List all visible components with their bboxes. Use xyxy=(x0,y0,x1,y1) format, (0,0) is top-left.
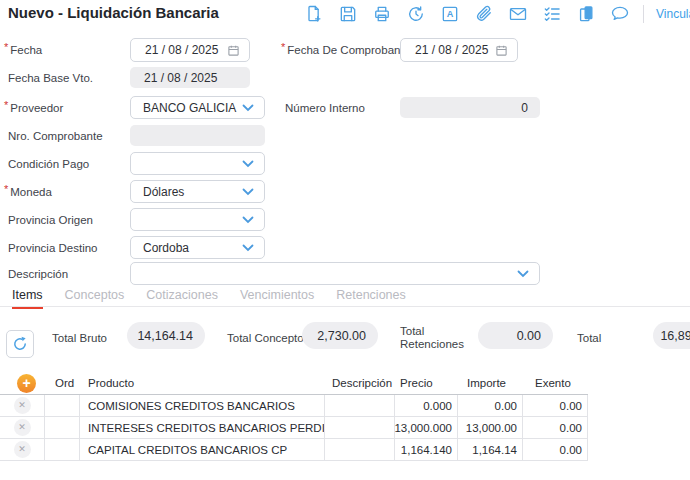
delete-row-button[interactable]: ✕ xyxy=(14,419,31,436)
page-title: Nuevo - Liquidación Bancaria xyxy=(8,4,219,21)
print-button[interactable] xyxy=(371,3,393,25)
mail-button[interactable] xyxy=(507,3,529,25)
fecha-comprobante-value: 21 / 08 / 2025 xyxy=(401,43,488,57)
nro-comprobante-label: Nro. Comprobante xyxy=(8,124,103,148)
fecha-comprobante-date-input[interactable]: 21 / 08 / 2025 xyxy=(400,38,518,62)
provincia-destino-label: Provincia Destino xyxy=(8,236,97,260)
copy-document-button[interactable] xyxy=(575,3,597,25)
refresh-totals-button[interactable] xyxy=(6,330,34,358)
proveedor-select[interactable]: BANCO GALICIA xyxy=(130,96,265,119)
required-asterisk: * xyxy=(4,183,8,195)
chevron-down-icon xyxy=(242,188,254,196)
moneda-select[interactable]: Dólares xyxy=(130,180,265,203)
chevron-down-icon xyxy=(242,104,254,112)
total-bruto-label: Total Bruto xyxy=(52,332,107,345)
fecha-comprobante-label: * Fecha De Comprobante xyxy=(281,38,410,62)
checklist-button[interactable] xyxy=(541,3,563,25)
table-row: ✕ INTERESES CREDITOS BANCARIOS PERDIDOS … xyxy=(0,417,588,439)
required-asterisk: * xyxy=(281,41,285,53)
new-document-button[interactable] xyxy=(303,3,325,25)
svg-text:A: A xyxy=(447,9,454,19)
attachment-button[interactable] xyxy=(473,3,495,25)
importe-cell[interactable]: 1,164.14 xyxy=(458,439,523,460)
column-header-producto: Producto xyxy=(88,372,134,394)
producto-cell[interactable]: COMISIONES CREDITOS BANCARIOS xyxy=(80,395,325,416)
save-button[interactable] xyxy=(337,3,359,25)
history-button[interactable] xyxy=(405,3,427,25)
descripcion-cell[interactable] xyxy=(325,395,395,416)
column-header-descripcion: Descripción xyxy=(332,372,392,394)
chevron-down-icon xyxy=(242,216,254,224)
descripcion-cell[interactable] xyxy=(325,439,395,460)
total-retenciones-value: 0.00 xyxy=(478,322,553,349)
provincia-destino-value: Cordoba xyxy=(131,241,189,255)
required-asterisk: * xyxy=(4,99,8,111)
precio-cell[interactable]: 1,164.140 xyxy=(395,439,458,460)
calendar-icon xyxy=(227,44,240,57)
history-icon xyxy=(406,4,426,24)
precio-cell[interactable]: 13,000.000 xyxy=(395,417,458,438)
importe-cell[interactable]: 0.00 xyxy=(458,395,523,416)
refresh-icon xyxy=(12,336,28,352)
total-value: 16,894.14 xyxy=(653,322,690,349)
descripcion-cell[interactable] xyxy=(325,417,395,438)
nro-comprobante-field xyxy=(130,125,265,146)
font-button[interactable]: A xyxy=(439,3,461,25)
new-document-icon xyxy=(304,4,324,24)
calendar-icon xyxy=(495,44,508,57)
precio-cell[interactable]: 0.000 xyxy=(395,395,458,416)
delete-row-button[interactable]: ✕ xyxy=(14,397,31,414)
row-actions-cell: ✕ xyxy=(0,417,45,438)
tabs-divider xyxy=(0,306,690,307)
fecha-base-vto-field: 21 / 08 / 2025 xyxy=(130,67,250,88)
fecha-date-input[interactable]: 21 / 08 / 2025 xyxy=(130,38,250,62)
toolbar-divider xyxy=(643,5,644,23)
condicion-pago-select[interactable] xyxy=(130,152,265,175)
proveedor-value: BANCO GALICIA xyxy=(131,101,236,115)
total-conceptos-value: 2,730.00 xyxy=(302,322,378,349)
vinculaciones-link[interactable]: Vinculaciones xyxy=(656,7,690,21)
chevron-down-icon xyxy=(242,160,254,168)
column-header-importe: Importe xyxy=(467,372,506,394)
fecha-base-vto-label: Fecha Base Vto. xyxy=(8,66,93,90)
chevron-down-icon xyxy=(242,244,254,252)
descripcion-label: Descripción xyxy=(8,262,68,286)
provincia-origen-label: Provincia Origen xyxy=(8,208,93,232)
producto-cell[interactable]: INTERESES CREDITOS BANCARIOS PERDIDOS xyxy=(80,417,325,438)
provincia-destino-select[interactable]: Cordoba xyxy=(130,236,265,259)
table-row: ✕ CAPITAL CREDITOS BANCARIOS CP 1,164.14… xyxy=(0,439,588,461)
ord-cell[interactable] xyxy=(45,395,80,416)
exento-cell[interactable]: 0.00 xyxy=(523,439,588,460)
provincia-origen-select[interactable] xyxy=(130,208,265,231)
row-actions-cell: ✕ xyxy=(0,395,45,416)
condicion-pago-label: Condición Pago xyxy=(8,152,89,176)
column-header-ord: Ord xyxy=(55,372,74,394)
exento-cell[interactable]: 0.00 xyxy=(523,395,588,416)
chevron-down-icon xyxy=(517,270,529,278)
checklist-icon xyxy=(542,4,562,24)
fecha-value: 21 / 08 / 2025 xyxy=(131,43,218,57)
save-icon xyxy=(338,4,358,24)
total-conceptos-label: Total Conceptos xyxy=(227,332,309,345)
column-header-exento: Exento xyxy=(535,372,571,394)
fecha-base-vto-value: 21 / 08 / 2025 xyxy=(130,71,217,85)
producto-cell[interactable]: CAPITAL CREDITOS BANCARIOS CP xyxy=(80,439,325,460)
delete-row-button[interactable]: ✕ xyxy=(14,441,31,458)
descripcion-combobox[interactable] xyxy=(130,262,540,285)
total-retenciones-label: Total Retenciones xyxy=(400,325,464,351)
font-a-icon: A xyxy=(440,4,460,24)
ord-cell[interactable] xyxy=(45,417,80,438)
envelope-icon xyxy=(508,4,528,24)
add-row-button[interactable]: + xyxy=(17,374,36,393)
column-header-precio: Precio xyxy=(400,372,433,394)
print-icon xyxy=(372,4,392,24)
ord-cell[interactable] xyxy=(45,439,80,460)
importe-cell[interactable]: 13,000.00 xyxy=(458,417,523,438)
exento-cell[interactable]: 0.00 xyxy=(523,417,588,438)
numero-interno-label: Número Interno xyxy=(285,96,365,120)
comment-button[interactable] xyxy=(609,3,631,25)
moneda-label: * Moneda xyxy=(4,180,52,204)
paperclip-icon xyxy=(474,4,494,24)
liquidacion-bancaria-page: Nuevo - Liquidación Bancaria A xyxy=(0,0,690,480)
copy-document-icon xyxy=(576,4,596,24)
